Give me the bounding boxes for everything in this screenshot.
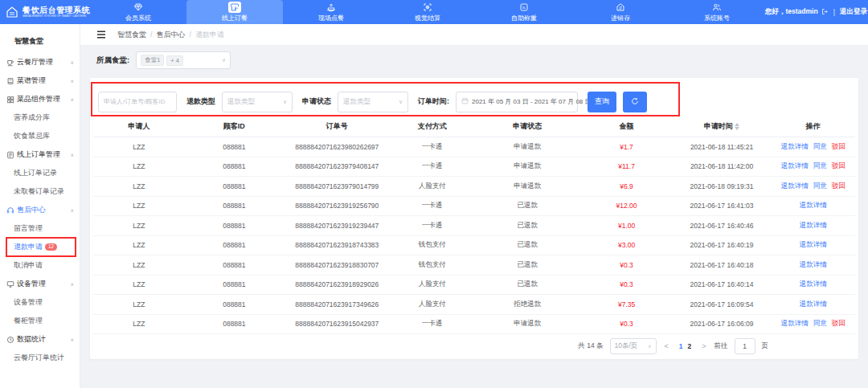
refund-type-label: 退款类型 bbox=[186, 96, 215, 107]
action-link[interactable]: 退款详情 bbox=[781, 161, 809, 171]
sidebar-section-data-statistics[interactable]: 数据统计∧ bbox=[0, 330, 80, 349]
column-header[interactable]: 申请时间 bbox=[672, 121, 771, 132]
page-size-select[interactable]: 10条/页 ∨ bbox=[610, 338, 657, 354]
calendar-icon bbox=[461, 97, 469, 106]
status-select[interactable]: 退款类型 ∨ bbox=[338, 92, 408, 112]
refund-table: 申请人顾客ID订单号支付方式申请状态金额申请时间操作 LZZ0888818888… bbox=[90, 116, 858, 334]
cell-amount: ¥1.00 bbox=[581, 222, 673, 230]
sidebar-item-diet-taboo-library[interactable]: 饮食禁忌库 bbox=[0, 127, 80, 145]
nav-item-label: 视觉结算 bbox=[415, 14, 440, 22]
cell-order-no: 8888842071623980262697 bbox=[284, 143, 391, 151]
sidebar-section-cloud-canteen-mgmt[interactable]: 云餐厅管理∨ bbox=[0, 53, 80, 71]
action-link[interactable]: 退款详情 bbox=[800, 300, 827, 309]
column-header: 申请人 bbox=[93, 121, 185, 132]
action-link[interactable]: 退款详情 bbox=[800, 260, 827, 270]
cell-time: 2021-06-17 16:06:09 bbox=[672, 320, 771, 328]
sidebar-item-online-order-records[interactable]: 线上订单记录 bbox=[0, 164, 80, 182]
pagination: 共 14 条 10条/页 ∨ < 12 > 前往 页 bbox=[90, 334, 858, 357]
action-link[interactable]: 驳回 bbox=[832, 161, 845, 171]
nav-item-system-account[interactable]: 系统账号 bbox=[669, 0, 765, 24]
sidebar-item-cancel-request[interactable]: 取消申请 bbox=[0, 256, 80, 275]
goto-page-input[interactable] bbox=[735, 338, 755, 354]
action-link[interactable]: 退款详情 bbox=[781, 142, 809, 152]
query-button[interactable]: 查询 bbox=[588, 92, 616, 112]
sidebar-item-label: 餐柜管理 bbox=[14, 316, 43, 326]
sidebar-item-label: 取消申请 bbox=[14, 260, 43, 271]
cell-amount: ¥6.9 bbox=[581, 182, 673, 190]
sidebar-item-message-mgmt[interactable]: 留言管理 bbox=[0, 219, 80, 238]
nav-item-self-weighing[interactable]: 自助称重 bbox=[476, 0, 572, 24]
nav-item-label: 现场点餐 bbox=[318, 14, 344, 22]
nav-item-label: 自助称重 bbox=[511, 14, 537, 22]
cell-amount: ¥0.3 bbox=[581, 261, 673, 269]
logout-button[interactable]: 退出登录 bbox=[840, 7, 867, 17]
search-input[interactable] bbox=[98, 92, 177, 112]
sidebar-item-cloud-canteen-order-stats[interactable]: 云餐厅订单统计 bbox=[0, 349, 80, 367]
sidebar-section-online-order-mgmt[interactable]: 线上订单管理∧ bbox=[0, 145, 80, 164]
canteen-tag-more: + 4 bbox=[166, 55, 183, 66]
canteen-filter-row: 所属食堂: 食堂1 + 4 ∨ bbox=[96, 51, 231, 69]
sidebar-section-dish-component-mgmt[interactable]: 菜品组件管理∧ bbox=[0, 90, 80, 108]
nav-item-member-system[interactable]: 会员系统 bbox=[90, 0, 186, 24]
stats-icon bbox=[6, 336, 14, 344]
unread-count-badge: 12 bbox=[45, 243, 57, 251]
breadcrumb-item[interactable]: 智慧食堂 bbox=[117, 30, 146, 40]
sidebar-item-device-mgmt-sub[interactable]: 设备管理 bbox=[0, 293, 80, 312]
sidebar-item-nutrition-library[interactable]: 营养成分库 bbox=[0, 108, 80, 127]
sidebar-menu: 云餐厅管理∨菜谱管理∨菜品组件管理∧营养成分库饮食禁忌库线上订单管理∧线上订单记… bbox=[0, 53, 80, 367]
date-range-picker[interactable]: 2021 年 05 月 03 日 - 2021 年 07 月 08 日 bbox=[456, 92, 578, 112]
cell-amount: ¥7.35 bbox=[581, 300, 673, 308]
action-link[interactable]: 同意 bbox=[813, 142, 827, 152]
page-numbers: 12 bbox=[677, 342, 694, 350]
action-link[interactable]: 退款详情 bbox=[800, 240, 827, 250]
cell-applicant: LZZ bbox=[93, 162, 185, 170]
sidebar-title: 智慧食堂 bbox=[0, 32, 80, 53]
total-count: 共 14 条 bbox=[578, 341, 603, 351]
sidebar-section-aftersales-center[interactable]: 售后中心∧ bbox=[0, 201, 80, 219]
action-link[interactable]: 退款详情 bbox=[800, 221, 827, 231]
cell-applicant: LZZ bbox=[93, 182, 185, 190]
nav-item-onsite-ordering[interactable]: 现场点餐 bbox=[283, 0, 379, 24]
nav-item-vision-checkout[interactable]: 视觉结算 bbox=[379, 0, 476, 24]
action-link[interactable]: 退款详情 bbox=[781, 182, 809, 191]
breadcrumb-item[interactable]: 售后中心 bbox=[157, 30, 186, 40]
sidebar-section-device-mgmt[interactable]: 设备管理∧ bbox=[0, 275, 80, 293]
book-icon bbox=[6, 77, 14, 85]
table-row: LZZ0888818888842071623918830707钱包支付已退款¥0… bbox=[93, 255, 855, 276]
sidebar-item-unclaimed-meal-records[interactable]: 未取餐订单记录 bbox=[0, 182, 80, 201]
table-row: LZZ0888818888842071623917349626人脸支付拒绝退款¥… bbox=[93, 295, 855, 315]
nav-item-label: 会员系统 bbox=[125, 14, 151, 22]
headset-icon bbox=[6, 206, 14, 214]
action-link[interactable]: 同意 bbox=[813, 161, 827, 171]
sidebar-item-cabinet-mgmt[interactable]: 餐柜管理 bbox=[0, 312, 80, 330]
action-link[interactable]: 驳回 bbox=[832, 319, 845, 329]
collapse-menu-icon[interactable] bbox=[96, 27, 106, 42]
page-number-2[interactable]: 2 bbox=[686, 342, 694, 350]
action-link[interactable]: 驳回 bbox=[832, 142, 845, 152]
sort-icon[interactable] bbox=[735, 123, 739, 130]
nav-item-online-ordering[interactable]: 线上订餐 bbox=[186, 0, 283, 24]
goto-label: 前往 bbox=[714, 341, 728, 351]
action-link[interactable]: 同意 bbox=[813, 182, 827, 191]
action-link[interactable]: 退款详情 bbox=[800, 201, 827, 210]
nav-item-inventory[interactable]: 进销存 bbox=[572, 0, 669, 24]
dish-icon bbox=[326, 2, 337, 13]
action-link[interactable]: 驳回 bbox=[832, 182, 845, 191]
action-link[interactable]: 退款详情 bbox=[781, 319, 809, 329]
sidebar-section-recipe-mgmt[interactable]: 菜谱管理∨ bbox=[0, 71, 80, 90]
cell-customer-id: 088881 bbox=[185, 320, 284, 328]
action-link[interactable]: 退款详情 bbox=[800, 280, 827, 289]
scale-icon bbox=[519, 2, 530, 13]
cell-actions: 退款详情 bbox=[772, 260, 855, 270]
refresh-button[interactable] bbox=[623, 92, 647, 112]
cell-applicant: LZZ bbox=[93, 280, 185, 288]
cell-applicant: LZZ bbox=[93, 320, 185, 328]
sidebar-item-refund-request[interactable]: 退款申请12 bbox=[0, 238, 80, 256]
page-number-1[interactable]: 1 bbox=[677, 342, 686, 350]
action-link[interactable]: 同意 bbox=[813, 319, 827, 329]
prev-page-button[interactable]: < bbox=[663, 342, 670, 350]
refund-type-select[interactable]: 退款类型 ∨ bbox=[222, 92, 293, 112]
next-page-button[interactable]: > bbox=[700, 342, 707, 350]
canteen-select[interactable]: 食堂1 + 4 ∨ bbox=[136, 51, 231, 69]
chevron-down-icon: ∨ bbox=[283, 99, 287, 105]
